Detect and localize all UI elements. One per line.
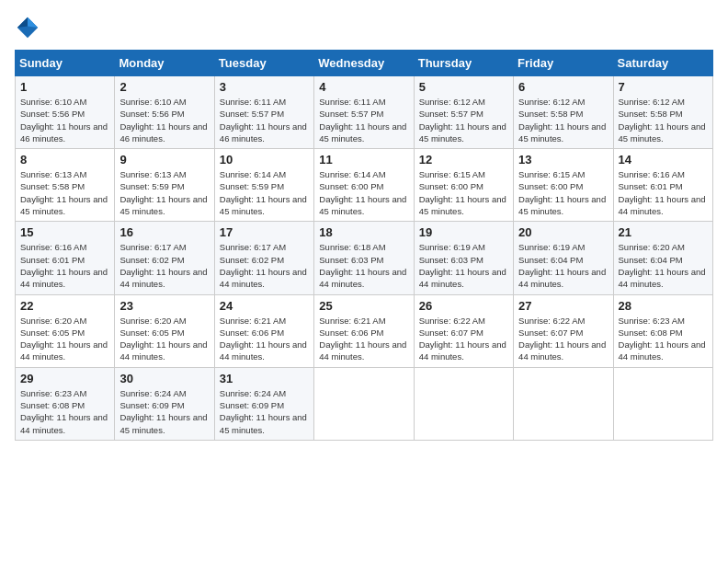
calendar-cell: 9Sunrise: 6:13 AMSunset: 5:59 PMDaylight… <box>115 149 214 222</box>
day-number: 2 <box>119 80 209 94</box>
calendar-cell: 28Sunrise: 6:23 AMSunset: 6:08 PMDayligh… <box>613 294 712 367</box>
calendar-cell: 31Sunrise: 6:24 AMSunset: 6:09 PMDayligh… <box>214 367 313 440</box>
day-info: Sunrise: 6:16 AMSunset: 6:01 PMDaylight:… <box>619 168 708 217</box>
calendar-cell <box>514 367 613 440</box>
calendar-cell: 4Sunrise: 6:11 AMSunset: 5:57 PMDaylight… <box>314 76 414 149</box>
day-number: 25 <box>319 299 408 313</box>
day-number: 19 <box>419 225 508 239</box>
calendar-cell: 8Sunrise: 6:13 AMSunset: 5:58 PMDaylight… <box>16 149 115 222</box>
day-info: Sunrise: 6:23 AMSunset: 6:08 PMDaylight:… <box>619 315 708 363</box>
day-info: Sunrise: 6:15 AMSunset: 6:00 PMDaylight:… <box>518 168 608 217</box>
calendar-cell: 26Sunrise: 6:22 AMSunset: 6:07 PMDayligh… <box>414 294 513 367</box>
calendar-cell: 11Sunrise: 6:14 AMSunset: 6:00 PMDayligh… <box>314 149 414 222</box>
calendar-week-4: 29Sunrise: 6:23 AMSunset: 6:08 PMDayligh… <box>16 367 713 440</box>
calendar-cell: 14Sunrise: 6:16 AMSunset: 6:01 PMDayligh… <box>613 149 712 222</box>
calendar-cell: 25Sunrise: 6:21 AMSunset: 6:06 PMDayligh… <box>314 294 414 367</box>
day-info: Sunrise: 6:13 AMSunset: 5:59 PMDaylight:… <box>119 168 209 217</box>
calendar-cell: 5Sunrise: 6:12 AMSunset: 5:57 PMDaylight… <box>414 76 513 149</box>
header-cell-thursday: Thursday <box>414 51 513 76</box>
day-info: Sunrise: 6:21 AMSunset: 6:06 PMDaylight:… <box>220 315 309 363</box>
logo <box>15 15 44 40</box>
calendar-cell: 30Sunrise: 6:24 AMSunset: 6:09 PMDayligh… <box>115 367 214 440</box>
day-info: Sunrise: 6:12 AMSunset: 5:58 PMDaylight:… <box>518 96 608 144</box>
day-info: Sunrise: 6:22 AMSunset: 6:07 PMDaylight:… <box>518 315 608 363</box>
day-info: Sunrise: 6:20 AMSunset: 6:04 PMDaylight:… <box>619 241 708 290</box>
day-number: 31 <box>220 372 309 385</box>
day-info: Sunrise: 6:24 AMSunset: 6:09 PMDaylight:… <box>220 387 309 436</box>
day-number: 15 <box>20 225 109 239</box>
calendar-cell: 15Sunrise: 6:16 AMSunset: 6:01 PMDayligh… <box>16 222 115 294</box>
day-number: 30 <box>119 372 209 385</box>
day-number: 27 <box>518 299 608 313</box>
svg-marker-1 <box>28 17 38 28</box>
calendar-cell: 21Sunrise: 6:20 AMSunset: 6:04 PMDayligh… <box>613 222 712 294</box>
day-info: Sunrise: 6:16 AMSunset: 6:01 PMDaylight:… <box>20 241 109 290</box>
header-cell-sunday: Sunday <box>16 51 115 76</box>
day-info: Sunrise: 6:20 AMSunset: 6:05 PMDaylight:… <box>20 315 109 363</box>
day-info: Sunrise: 6:12 AMSunset: 5:57 PMDaylight:… <box>419 96 508 144</box>
calendar-cell: 6Sunrise: 6:12 AMSunset: 5:58 PMDaylight… <box>514 76 613 149</box>
calendar-cell <box>314 367 414 440</box>
calendar-cell: 24Sunrise: 6:21 AMSunset: 6:06 PMDayligh… <box>214 294 313 367</box>
calendar-cell: 20Sunrise: 6:19 AMSunset: 6:04 PMDayligh… <box>514 222 613 294</box>
calendar-header: SundayMondayTuesdayWednesdayThursdayFrid… <box>16 51 713 76</box>
day-number: 20 <box>518 225 608 239</box>
page-header <box>15 15 713 40</box>
day-number: 23 <box>119 299 209 313</box>
calendar-cell: 22Sunrise: 6:20 AMSunset: 6:05 PMDayligh… <box>16 294 115 367</box>
header-cell-tuesday: Tuesday <box>214 51 313 76</box>
header-row: SundayMondayTuesdayWednesdayThursdayFrid… <box>16 51 713 76</box>
day-info: Sunrise: 6:23 AMSunset: 6:08 PMDaylight:… <box>20 387 109 436</box>
calendar-cell <box>613 367 712 440</box>
day-number: 28 <box>619 299 708 313</box>
calendar-cell <box>414 367 513 440</box>
day-info: Sunrise: 6:12 AMSunset: 5:58 PMDaylight:… <box>619 96 708 144</box>
day-number: 26 <box>419 299 508 313</box>
day-info: Sunrise: 6:14 AMSunset: 6:00 PMDaylight:… <box>319 168 408 217</box>
day-number: 13 <box>518 153 608 167</box>
calendar-week-1: 8Sunrise: 6:13 AMSunset: 5:58 PMDaylight… <box>16 149 713 222</box>
day-info: Sunrise: 6:19 AMSunset: 6:03 PMDaylight:… <box>419 241 508 290</box>
calendar-cell: 10Sunrise: 6:14 AMSunset: 5:59 PMDayligh… <box>214 149 313 222</box>
day-info: Sunrise: 6:18 AMSunset: 6:03 PMDaylight:… <box>319 241 408 290</box>
day-number: 7 <box>619 80 708 94</box>
day-number: 5 <box>419 80 508 94</box>
calendar-cell: 16Sunrise: 6:17 AMSunset: 6:02 PMDayligh… <box>115 222 214 294</box>
calendar-cell: 29Sunrise: 6:23 AMSunset: 6:08 PMDayligh… <box>16 367 115 440</box>
calendar-week-0: 1Sunrise: 6:10 AMSunset: 5:56 PMDaylight… <box>16 76 713 149</box>
calendar-cell: 1Sunrise: 6:10 AMSunset: 5:56 PMDaylight… <box>16 76 115 149</box>
calendar-cell: 3Sunrise: 6:11 AMSunset: 5:57 PMDaylight… <box>214 76 313 149</box>
calendar-body: 1Sunrise: 6:10 AMSunset: 5:56 PMDaylight… <box>16 76 713 441</box>
calendar-cell: 2Sunrise: 6:10 AMSunset: 5:56 PMDaylight… <box>115 76 214 149</box>
day-number: 11 <box>319 153 408 167</box>
day-info: Sunrise: 6:15 AMSunset: 6:00 PMDaylight:… <box>419 168 508 217</box>
header-cell-monday: Monday <box>115 51 214 76</box>
calendar-week-3: 22Sunrise: 6:20 AMSunset: 6:05 PMDayligh… <box>16 294 713 367</box>
day-info: Sunrise: 6:17 AMSunset: 6:02 PMDaylight:… <box>119 241 209 290</box>
day-number: 29 <box>20 372 109 385</box>
day-number: 24 <box>220 299 309 313</box>
day-info: Sunrise: 6:22 AMSunset: 6:07 PMDaylight:… <box>419 315 508 363</box>
logo-icon <box>15 15 40 40</box>
day-number: 12 <box>419 153 508 167</box>
day-number: 10 <box>220 153 309 167</box>
day-info: Sunrise: 6:13 AMSunset: 5:58 PMDaylight:… <box>20 168 109 217</box>
day-info: Sunrise: 6:10 AMSunset: 5:56 PMDaylight:… <box>20 96 109 144</box>
day-number: 16 <box>119 225 209 239</box>
calendar-cell: 13Sunrise: 6:15 AMSunset: 6:00 PMDayligh… <box>514 149 613 222</box>
day-number: 14 <box>619 153 708 167</box>
calendar-cell: 18Sunrise: 6:18 AMSunset: 6:03 PMDayligh… <box>314 222 414 294</box>
calendar-cell: 12Sunrise: 6:15 AMSunset: 6:00 PMDayligh… <box>414 149 513 222</box>
day-number: 18 <box>319 225 408 239</box>
day-number: 22 <box>20 299 109 313</box>
header-cell-wednesday: Wednesday <box>314 51 414 76</box>
header-cell-saturday: Saturday <box>613 51 712 76</box>
day-info: Sunrise: 6:10 AMSunset: 5:56 PMDaylight:… <box>119 96 209 144</box>
day-info: Sunrise: 6:21 AMSunset: 6:06 PMDaylight:… <box>319 315 408 363</box>
day-number: 4 <box>319 80 408 94</box>
day-info: Sunrise: 6:17 AMSunset: 6:02 PMDaylight:… <box>220 241 309 290</box>
calendar-table: SundayMondayTuesdayWednesdayThursdayFrid… <box>15 50 713 441</box>
day-number: 1 <box>20 80 109 94</box>
day-info: Sunrise: 6:20 AMSunset: 6:05 PMDaylight:… <box>119 315 209 363</box>
day-number: 8 <box>20 153 109 167</box>
